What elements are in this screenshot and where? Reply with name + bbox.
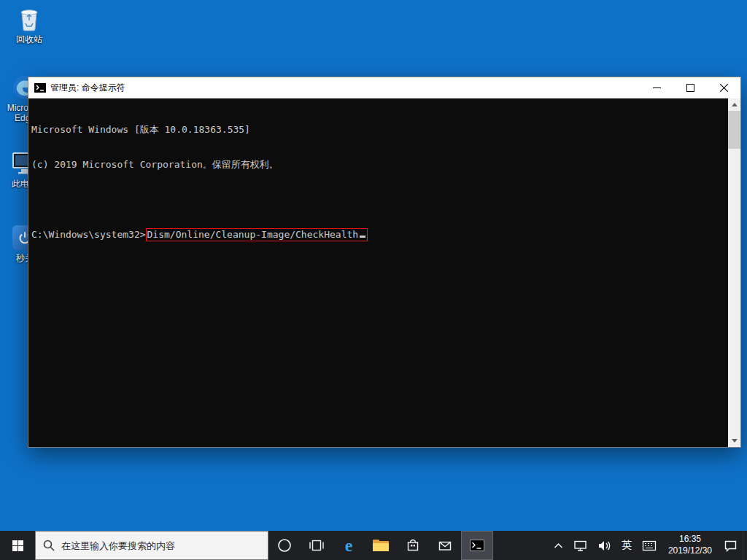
console-scrollbar[interactable]	[728, 98, 740, 447]
clock-date: 2019/12/30	[668, 545, 712, 557]
console-line: (c) 2019 Microsoft Corporation。保留所有权利。	[31, 159, 724, 171]
touch-keyboard-button[interactable]	[637, 531, 662, 560]
console-blank-line	[31, 194, 724, 206]
command-prompt-taskbar-button[interactable]	[461, 531, 493, 560]
microsoft-store-button[interactable]	[397, 531, 429, 560]
edge-taskbar-button[interactable]: e	[333, 531, 365, 560]
console-cursor	[360, 236, 365, 238]
highlighted-command: Dism/Online/Cleanup-Image/CheckHealth	[146, 228, 368, 241]
console-output[interactable]: Microsoft Windows [版本 10.0.18363.535] (c…	[28, 98, 740, 447]
recycle-bin-icon	[16, 6, 42, 32]
scrollbar-down-arrow[interactable]	[728, 435, 740, 447]
mail-icon	[438, 540, 452, 552]
cortana-icon	[277, 538, 292, 553]
mail-button[interactable]	[429, 531, 461, 560]
network-button[interactable]	[568, 531, 592, 560]
search-input[interactable]	[61, 540, 260, 551]
taskbar-search-box[interactable]	[35, 531, 268, 560]
command-text: Dism/Online/Cleanup-Image/CheckHealth	[147, 229, 359, 240]
network-ethernet-icon	[573, 540, 587, 552]
cmd-app-icon	[34, 83, 46, 93]
cortana-button[interactable]	[268, 531, 301, 560]
speaker-icon	[597, 540, 611, 552]
clock[interactable]: 16:35 2019/12/30	[662, 531, 719, 560]
desktop: 回收站 Microsoft Edge 此电脑	[0, 0, 747, 560]
tray-overflow-button[interactable]	[549, 531, 568, 560]
edge-icon: e	[345, 537, 353, 554]
system-tray: 英 16:35 2019/12/30	[549, 531, 747, 560]
maximize-button[interactable]	[673, 77, 707, 98]
chevron-up-icon	[554, 542, 563, 549]
show-desktop-button[interactable]	[743, 531, 747, 560]
scrollbar-track[interactable]	[728, 111, 740, 435]
file-explorer-button[interactable]	[365, 531, 397, 560]
task-view-button[interactable]	[301, 531, 333, 560]
console-line: Microsoft Windows [版本 10.0.18363.535]	[31, 124, 724, 136]
window-titlebar[interactable]: 管理员: 命令提示符	[28, 77, 740, 98]
clock-time: 16:35	[679, 534, 701, 545]
taskbar: e	[0, 531, 747, 560]
folder-icon	[373, 540, 389, 551]
desktop-icon-label: 回收站	[16, 34, 42, 44]
action-center-button[interactable]	[719, 531, 743, 560]
window-title: 管理员: 命令提示符	[50, 82, 125, 94]
console-prompt: C:\Windows\system32>	[31, 229, 146, 240]
notification-icon	[724, 540, 738, 552]
task-view-icon	[309, 539, 324, 552]
close-button[interactable]	[707, 77, 740, 98]
windows-logo-icon	[12, 540, 23, 551]
keyboard-icon	[642, 540, 657, 551]
scrollbar-up-arrow[interactable]	[728, 98, 740, 111]
scrollbar-thumb[interactable]	[728, 111, 740, 149]
input-language-indicator[interactable]: 英	[616, 531, 637, 560]
cmd-icon	[470, 540, 484, 551]
store-icon	[406, 538, 420, 553]
language-label: 英	[622, 539, 632, 552]
volume-button[interactable]	[592, 531, 616, 560]
minimize-button[interactable]	[640, 77, 673, 98]
start-button[interactable]	[0, 531, 35, 560]
command-prompt-window: 管理员: 命令提示符 Microsoft Windows [版本 10.0.18…	[28, 77, 741, 448]
console-prompt-line: C:\Windows\system32>Dism/Online/Cleanup-…	[31, 229, 724, 241]
desktop-icon-recycle-bin[interactable]: 回收站	[6, 6, 53, 44]
search-icon	[43, 540, 55, 551]
